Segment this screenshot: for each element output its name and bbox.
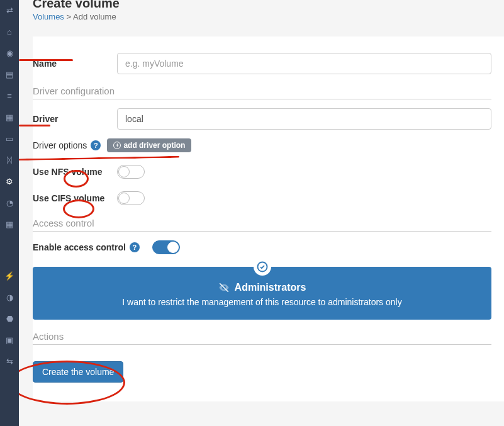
name-label: Name (33, 59, 117, 69)
driver-options-label: Driver options ? (33, 140, 101, 150)
section-driver-config: Driver configuration (33, 86, 491, 99)
eye-slash-icon (218, 282, 230, 293)
extensions-icon[interactable]: ⚡ (4, 271, 14, 281)
sidebar: ⇄ ⌂ ◉ ▤ ≡ ▦ ▭ ᛞ ⚙ ◔ ▦ ⚡ ◑ ⬣ ▣ ⇆ (0, 0, 19, 426)
list-icon[interactable]: ≡ (4, 91, 14, 101)
add-option-label: add driver option (123, 141, 185, 150)
cifs-label: Use CIFS volume (33, 193, 117, 203)
breadcrumb-sep: > (64, 12, 73, 21)
row-name: Name (33, 53, 491, 74)
row-driver: Driver (33, 108, 491, 130)
stacks-icon[interactable]: ▦ (4, 112, 14, 122)
row-nfs: Use NFS volume (33, 165, 491, 179)
settings-icon[interactable]: ⇆ (4, 356, 14, 366)
logo-icon[interactable]: ⇄ (4, 5, 14, 15)
access-toggle[interactable] (152, 240, 180, 254)
driver-label: Driver (33, 114, 117, 124)
check-badge-icon (254, 258, 271, 276)
host-icon[interactable]: ▦ (4, 219, 14, 229)
dashboard-icon[interactable]: ◉ (4, 48, 14, 58)
access-box-title: Administrators (218, 282, 306, 293)
access-box-desc: I want to restrict the management of thi… (45, 297, 479, 307)
main-content: Create volume Volumes > Add volume Name … (19, 0, 504, 426)
help-icon[interactable]: ? (130, 242, 140, 252)
add-driver-option-button[interactable]: + add driver option (107, 138, 191, 152)
row-driver-options: Driver options ? + add driver option (33, 138, 491, 152)
section-access-control: Access control (33, 218, 491, 232)
nfs-label: Use NFS volume (33, 167, 117, 177)
registries-icon[interactable]: ▣ (4, 335, 14, 345)
users-icon[interactable]: ◑ (4, 292, 14, 302)
cifs-toggle[interactable] (117, 191, 145, 205)
spacer (4, 240, 14, 259)
home-icon[interactable]: ⌂ (4, 26, 14, 36)
access-toggle-text: Enable access control (33, 242, 126, 252)
nfs-toggle[interactable] (117, 165, 145, 179)
volumes-icon[interactable]: ⚙ (4, 176, 14, 186)
driver-options-text: Driver options (33, 140, 87, 150)
plus-icon: + (113, 142, 121, 149)
create-volume-button[interactable]: Create the volume (33, 361, 123, 383)
events-icon[interactable]: ◔ (4, 198, 14, 208)
access-box[interactable]: Administrators I want to restrict the ma… (33, 267, 491, 320)
breadcrumb: Volumes > Add volume (33, 12, 504, 21)
driver-input[interactable] (117, 108, 491, 130)
help-icon[interactable]: ? (91, 140, 101, 150)
page-title: Create volume (33, 0, 504, 11)
access-box-title-text: Administrators (235, 282, 306, 293)
access-toggle-label: Enable access control ? (33, 242, 140, 252)
form-panel: Name Driver configuration Driver Driver … (33, 36, 504, 401)
images-icon[interactable]: ▭ (4, 133, 14, 143)
network-icon[interactable]: ᛞ (4, 155, 14, 165)
name-input[interactable] (117, 53, 491, 74)
breadcrumb-current: Add volume (73, 12, 116, 21)
containers-icon[interactable]: ▤ (4, 69, 14, 79)
section-actions: Actions (33, 331, 491, 345)
row-cifs: Use CIFS volume (33, 191, 491, 205)
endpoints-icon[interactable]: ⬣ (4, 313, 14, 323)
breadcrumb-link-volumes[interactable]: Volumes (33, 12, 64, 21)
row-access-toggle: Enable access control ? (33, 240, 491, 254)
